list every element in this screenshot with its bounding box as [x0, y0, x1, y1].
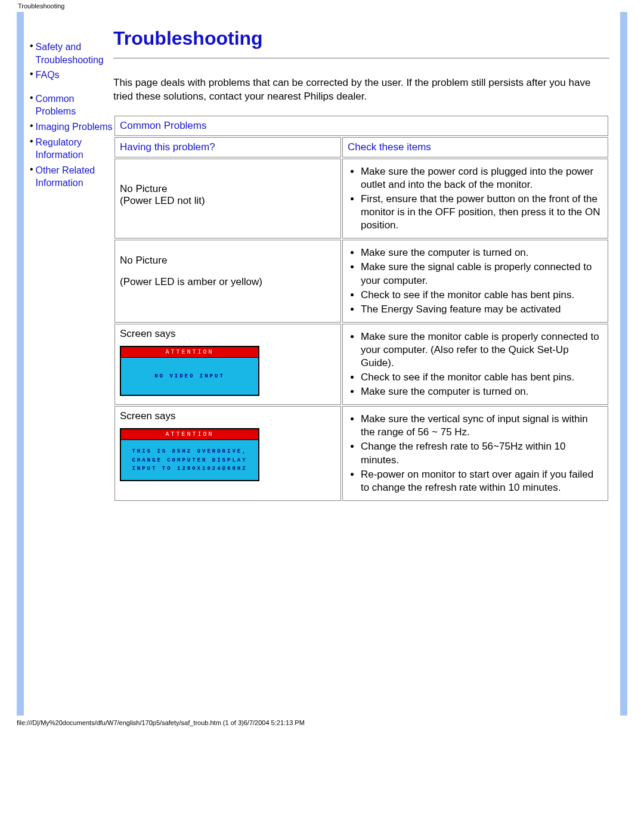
sidebar: •Safety and Troubleshooting •FAQs •Commo…: [24, 24, 113, 502]
list-item: Check to see if the monitor cable has be…: [361, 289, 603, 302]
problem-cell: No Picture (Power LED is amber or yellow…: [114, 240, 341, 322]
sidebar-item-common-problems[interactable]: •Common Problems: [30, 92, 113, 118]
problem-text: (Power LED not lit): [120, 195, 336, 207]
check-cell: Make sure the power cord is plugged into…: [342, 159, 608, 239]
table-row: Screen says ATTENTION NO VIDEO INPUT Mak…: [114, 324, 608, 405]
section-header: Common Problems: [114, 116, 608, 136]
sidebar-item-safety[interactable]: •Safety and Troubleshooting: [30, 41, 113, 66]
list-item: Re-power on monitor to start over again …: [361, 468, 603, 494]
list-item: Make sure the signal cable is properly c…: [361, 261, 603, 287]
page-header: Troubleshooting: [0, 0, 644, 12]
table-row: No Picture (Power LED not lit) Make sure…: [114, 159, 608, 239]
list-item: Change the refresh rate to 56~75Hz withi…: [361, 440, 603, 466]
problem-cell: No Picture (Power LED not lit): [114, 159, 341, 239]
list-item: Make sure the monitor cable is properly …: [361, 330, 603, 370]
problem-cell: Screen says ATTENTION THIS IS 85HZ OVERD…: [114, 406, 341, 501]
check-cell: Make sure the vertical sync of input sig…: [342, 406, 608, 501]
sidebar-item-other-related[interactable]: •Other Related Information: [30, 164, 113, 190]
problem-text: Screen says: [120, 328, 336, 340]
sidebar-item-imaging-problems[interactable]: •Imaging Problems: [30, 120, 113, 134]
divider: [113, 58, 609, 58]
list-item: Make sure the vertical sync of input sig…: [361, 413, 603, 439]
problems-table: Common Problems Having this problem? Che…: [113, 114, 609, 502]
list-item: Make sure the computer is turned on.: [361, 246, 603, 259]
sidebar-item-regulatory[interactable]: •Regulatory Information: [30, 136, 113, 162]
list-item: Check to see if the monitor cable has be…: [361, 371, 603, 384]
list-item: The Energy Saving feature may be activat…: [361, 303, 603, 316]
sidebar-item-faqs[interactable]: •FAQs: [30, 69, 113, 82]
check-cell: Make sure the monitor cable is properly …: [342, 324, 608, 405]
main-content: Troubleshooting This page deals with pro…: [113, 24, 620, 502]
problem-text: (Power LED is amber or yellow): [120, 276, 336, 288]
col-header-problem: Having this problem?: [114, 137, 341, 157]
monitor-message: NO VIDEO INPUT: [121, 358, 258, 395]
page-title: Troubleshooting: [113, 27, 609, 49]
list-item: Make sure the power cord is plugged into…: [361, 165, 603, 191]
monitor-message: THIS IS 85HZ OVERDRIVE, CHANGE COMPUTER …: [121, 440, 258, 480]
footer-path: file:///D|/My%20documents/dfu/W7/english…: [0, 716, 644, 730]
check-cell: Make sure the computer is turned on. Mak…: [342, 240, 608, 322]
content-frame: •Safety and Troubleshooting •FAQs •Commo…: [17, 12, 627, 716]
table-row: No Picture (Power LED is amber or yellow…: [114, 240, 608, 322]
intro-text: This page deals with problems that can b…: [113, 76, 609, 104]
monitor-screen-icon: ATTENTION NO VIDEO INPUT: [120, 346, 259, 396]
monitor-screen-icon: ATTENTION THIS IS 85HZ OVERDRIVE, CHANGE…: [120, 428, 259, 481]
list-item: Make sure the computer is turned on.: [361, 385, 603, 398]
table-section-header-row: Common Problems: [114, 116, 608, 136]
col-header-check: Check these items: [342, 137, 608, 157]
monitor-attention: ATTENTION: [121, 347, 258, 358]
problem-cell: Screen says ATTENTION NO VIDEO INPUT: [114, 324, 341, 405]
problem-text: No Picture: [120, 255, 336, 267]
table-header-row: Having this problem? Check these items: [114, 137, 608, 157]
monitor-attention: ATTENTION: [121, 429, 258, 440]
problem-text: Screen says: [120, 410, 336, 422]
table-row: Screen says ATTENTION THIS IS 85HZ OVERD…: [114, 406, 608, 501]
problem-text: No Picture: [120, 183, 336, 195]
list-item: First, ensure that the power button on t…: [361, 193, 603, 232]
